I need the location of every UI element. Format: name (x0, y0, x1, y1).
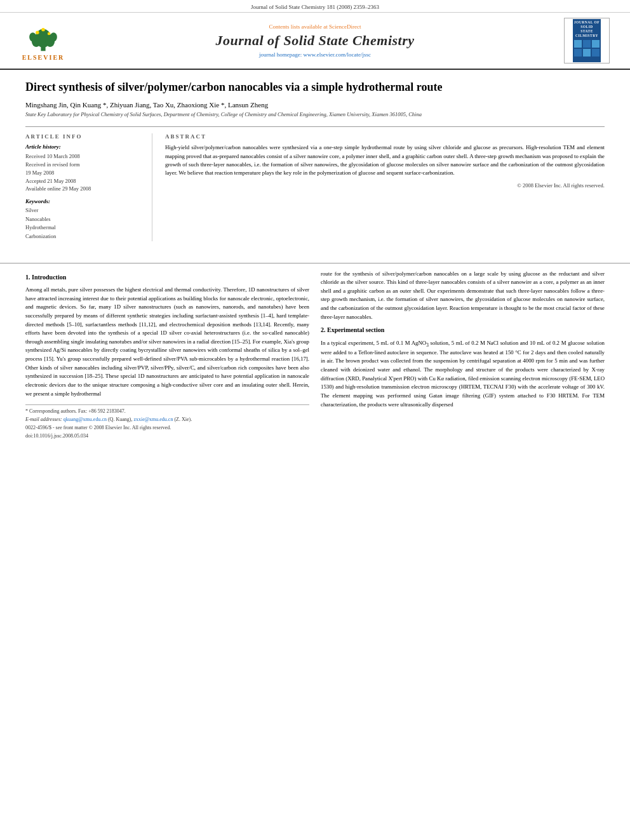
email-link-kuang[interactable]: qkuang@xmu.edu.cn (64, 417, 107, 422)
elsevier-text: ELSEVIER (22, 54, 65, 61)
section2-heading: 2. Experimental section (321, 325, 605, 335)
section2-para1: In a typical experiment, 5 mL of 0.1 M A… (321, 339, 605, 409)
svg-point-6 (36, 30, 39, 34)
keyword-silver: Silver (25, 206, 143, 215)
article-history-title: Article history: (25, 143, 143, 150)
page: Journal of Solid State Chemistry 181 (20… (0, 0, 630, 840)
journal-logo-area: JOURNAL OF SOLID STATE CILMISTRY (555, 18, 619, 63)
accepted-date: Accepted 21 May 2008 (25, 177, 143, 185)
homepage-link[interactable]: www.elsevier.com/locate/jssc (304, 51, 371, 58)
footnote-corresponding: * Corresponding authors. Fax: +86 592 21… (25, 408, 309, 416)
received-date: Received 10 March 2008 (25, 152, 143, 161)
section1-para1: Among all metals, pure silver possesses … (25, 286, 309, 398)
footnote-doi: doi:10.1016/j.jssc.2008.05.034 (25, 432, 309, 441)
article-info-right: ABSTRACT High-yield silver/polymer/carbo… (165, 133, 605, 241)
article-info-label: ARTICLE INFO (25, 133, 143, 140)
journal-header-center: Contents lists available at ScienceDirec… (75, 23, 555, 58)
section1-heading: 1. Introduction (25, 272, 309, 283)
keyword-hydrothermal: Hydrothermal (25, 223, 143, 232)
received-revised-label: Received in revised form (25, 161, 143, 169)
keywords-title: Keywords: (25, 198, 143, 204)
journal-logo-graphic: JOURNAL OF SOLID STATE CILMISTRY (573, 19, 601, 62)
svg-point-5 (50, 32, 57, 42)
keyword-carbonization: Carbonization (25, 232, 143, 241)
abstract-label: ABSTRACT (165, 133, 605, 140)
svg-rect-14 (592, 49, 600, 57)
svg-point-4 (29, 32, 36, 42)
footnote-area: * Corresponding authors. Fax: +86 592 21… (25, 404, 309, 440)
body-divider (0, 263, 630, 263)
available-online: Available online 29 May 2008 (25, 185, 143, 193)
svg-rect-11 (592, 40, 600, 48)
top-journal-bar: Journal of Solid State Chemistry 181 (20… (0, 0, 630, 13)
body-col-left: 1. Introduction Among all metals, pure s… (25, 270, 309, 441)
journal-homepage: journal homepage: www.elsevier.com/locat… (75, 51, 555, 58)
article-authors: Mingshang Jin, Qin Kuang *, Zhiyuan Jian… (25, 101, 605, 109)
elsevier-tree-icon (24, 21, 62, 53)
elsevier-logo-area: ELSEVIER (11, 21, 75, 61)
copyright-line: © 2008 Elsevier Inc. All rights reserved… (165, 182, 605, 189)
journal-citation: Journal of Solid State Chemistry 181 (20… (251, 4, 379, 10)
body-col-right: route for the synthesis of silver/polyme… (321, 270, 605, 441)
svg-rect-9 (574, 40, 582, 48)
abstract-text: High-yield silver/polymer/carbon nanocab… (165, 143, 605, 177)
journal-logo-box: JOURNAL OF SOLID STATE CILMISTRY (564, 18, 610, 63)
svg-point-7 (48, 32, 51, 35)
info-section: ARTICLE INFO Article history: Received 1… (25, 126, 605, 241)
keyword-nanocables: Nanocables (25, 215, 143, 224)
journal-header: ELSEVIER Contents lists available at Sci… (0, 13, 630, 70)
homepage-label: journal homepage: (259, 51, 302, 58)
footnote-issn: 0022-4596/$ - see front matter © 2008 El… (25, 424, 309, 432)
science-direct-line: Contents lists available at ScienceDirec… (75, 23, 555, 30)
article-title: Direct synthesis of silver/polymer/carbo… (25, 80, 605, 95)
elsevier-logo: ELSEVIER (22, 21, 65, 61)
article-content: Direct synthesis of silver/polymer/carbo… (0, 70, 630, 257)
footnote-email: E-mail addresses: qkuang@xmu.edu.cn (Q. … (25, 416, 309, 424)
email-link-xie[interactable]: zxxie@xmu.edu.cn (133, 417, 173, 422)
svg-point-8 (41, 27, 44, 30)
section1-right-para1: route for the synthesis of silver/polyme… (321, 270, 605, 322)
svg-rect-10 (583, 40, 591, 48)
body-columns: 1. Introduction Among all metals, pure s… (0, 270, 630, 441)
received-revised-date: 19 May 2008 (25, 169, 143, 177)
article-affiliation: State Key Laboratory for Physical Chemis… (25, 111, 605, 117)
journal-title: Journal of Solid State Chemistry (75, 32, 555, 49)
article-info-left: ARTICLE INFO Article history: Received 1… (25, 133, 152, 241)
science-direct-link[interactable]: ScienceDirect (329, 23, 361, 30)
contents-available-text: Contents lists available at (269, 23, 328, 30)
svg-rect-12 (574, 49, 582, 57)
svg-rect-13 (583, 49, 591, 57)
